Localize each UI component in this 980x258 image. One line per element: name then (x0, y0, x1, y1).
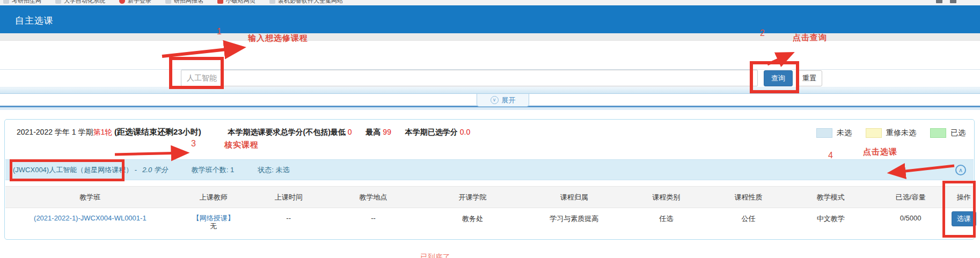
legend-selected-swatch (930, 128, 946, 138)
place-cell: -- (325, 208, 421, 240)
col-header-time: 上课时间 (252, 193, 325, 202)
annotation-num-3: 3 (191, 139, 196, 149)
teach-mode-tag: 【网络授课】 (175, 214, 252, 222)
mode-cell: 中文教学 (789, 208, 872, 240)
red-badge-icon (217, 0, 223, 4)
annotation-label-2: 点击查询 (793, 33, 827, 43)
page-icon (55, 0, 61, 4)
bookmark-label: 考研招生网 (12, 0, 41, 5)
header-substrip (0, 33, 980, 41)
page-title: 自主选课 (15, 14, 54, 27)
bookmark-item[interactable]: 考研招生网 (3, 0, 41, 5)
annotation-label-1: 输入想选修课程 (248, 33, 308, 43)
chevron-up-icon[interactable]: ∧ (955, 165, 966, 175)
course-status: 状态: 未选 (258, 165, 289, 175)
col-header-college: 开课学院 (422, 193, 523, 202)
annotation-box-query (750, 61, 799, 93)
annotation-box-action (942, 181, 976, 238)
bookmark-label: 小破站网页 (226, 0, 255, 5)
col-header-class: 教学班 (5, 193, 175, 202)
course-accordion-header[interactable]: (JWCX004)人工智能（超星网络课程） - 2.0 学分 教学班个数: 1 … (5, 159, 974, 180)
round-text: 第1轮 (93, 128, 112, 136)
annotation-box-course (10, 159, 125, 181)
expand-label: 展开 (502, 95, 516, 105)
bookmark-label: 装机必备软件大全集网站 (278, 0, 343, 5)
apps-icon[interactable] (950, 0, 956, 3)
col-header-mode: 教学模式 (789, 193, 872, 202)
red-dot-icon (119, 0, 125, 4)
teacher-name: 无 (175, 222, 252, 230)
legend-selected-label: 已选 (950, 128, 966, 138)
app-header: 自主选课 (0, 5, 980, 33)
table-row: (2021-2022-1)-JWCX004-WL0001-1 【网络授课】 无 … (5, 208, 974, 240)
countdown-text: (距选课结束还剩23小时) (114, 127, 201, 136)
semester-info: 2021-2022 学年 1 学期第1轮 (距选课结束还剩23小时) 本学期选课… (17, 127, 470, 137)
semester-text: 2021-2022 学年 1 学期 (17, 128, 93, 136)
selected-credit-value: 0.0 (460, 128, 470, 136)
expand-toggle[interactable]: ∨ 展开 (477, 94, 529, 107)
credit-max: 99 (383, 128, 391, 136)
annotation-arrow-1 (162, 48, 242, 56)
table-header-row: 教学班 上课教师 上课时间 教学地点 开课学院 课程归属 课程类别 课程性质 教… (5, 186, 974, 208)
class-code-link[interactable]: (2021-2022-1)-JWCX004-WL0001-1 (34, 214, 147, 222)
annotation-num-1: 1 (217, 27, 222, 36)
page-icon (269, 0, 275, 4)
course-class-count: 教学班个数: 1 (192, 165, 234, 175)
nature-cell: 公任 (707, 208, 789, 240)
chevron-down-icon: ∨ (491, 96, 499, 104)
col-header-category: 课程类别 (625, 193, 707, 202)
end-of-list-text: 已到底了... (420, 253, 457, 258)
belong-cell: 学习与素质提高 (523, 208, 625, 240)
bookmark-item[interactable]: 小破站网页 (217, 0, 255, 5)
page-icon (165, 0, 171, 4)
section-divider-shade (0, 107, 980, 110)
browser-bookmarks-bar: 考研招生网 大学自动化系统 新手登录 研招网报名 小破站网页 装机必备软件大全集… (0, 0, 980, 5)
folder-icon[interactable] (936, 0, 942, 3)
annotation-num-2: 2 (760, 28, 765, 38)
annotation-label-3: 核实课程 (224, 140, 259, 150)
bookmark-item[interactable]: 新手登录 (119, 0, 151, 5)
credit-req-label: 本学期选课要求总学分(不包括)最低 (228, 128, 346, 136)
annotation-label-4: 点击选课 (863, 147, 897, 157)
page: 考研招生网 大学自动化系统 新手登录 研招网报名 小破站网页 装机必备软件大全集… (0, 0, 980, 258)
time-cell: -- (252, 208, 325, 240)
col-header-belong: 课程归属 (523, 193, 625, 202)
college-cell: 教务处 (422, 208, 523, 240)
bookmark-item[interactable]: 大学自动化系统 (55, 0, 105, 5)
bookmark-item[interactable]: 装机必备软件大全集网站 (269, 0, 343, 5)
page-icon (3, 0, 9, 4)
legend-unselected-swatch (816, 128, 832, 138)
credit-max-label: 最高 (365, 128, 381, 136)
annotation-num-4: 4 (828, 151, 833, 160)
teacher-cell: 【网络授课】 无 (175, 208, 252, 240)
legend-retake-label: 重修未选 (886, 128, 916, 138)
status-legend: 未选 重修未选 已选 (816, 128, 966, 138)
bookmark-item[interactable]: 研招网报名 (165, 0, 203, 5)
course-list-panel: 2021-2022 学年 1 学期第1轮 (距选课结束还剩23小时) 本学期选课… (4, 119, 975, 240)
col-header-place: 教学地点 (325, 193, 421, 202)
course-credits: 2.0 学分 (142, 165, 168, 175)
col-header-nature: 课程性质 (707, 193, 789, 202)
bookmark-label: 新手登录 (128, 0, 151, 5)
reset-button[interactable]: 重置 (796, 70, 822, 86)
col-header-teacher: 上课教师 (175, 193, 252, 202)
col-header-capacity: 已选/容量 (872, 193, 949, 202)
search-bottom-bar (0, 87, 980, 94)
legend-unselected-label: 未选 (837, 128, 852, 138)
capacity-cell: 0/5000 (872, 208, 949, 240)
bookmark-label: 研招网报名 (174, 0, 203, 5)
legend-retake-swatch (866, 128, 882, 138)
category-cell: 任选 (625, 208, 707, 240)
bookmark-label: 大学自动化系统 (64, 0, 105, 5)
credit-min: 0 (348, 128, 352, 136)
selected-credit-label: 本学期已选学分 (405, 128, 458, 136)
course-search-input[interactable] (181, 70, 758, 86)
annotation-box-input (169, 57, 224, 89)
